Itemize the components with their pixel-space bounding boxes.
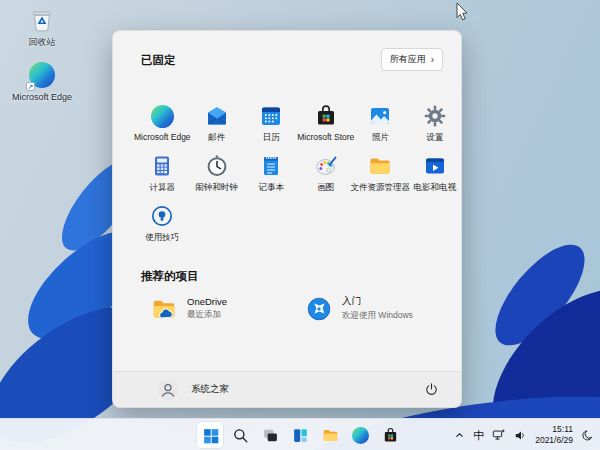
widgets-button[interactable] — [287, 422, 313, 448]
app-label: 记事本 — [259, 182, 285, 194]
app-label: 日历 — [263, 132, 280, 144]
desktop-icon-recycle-bin[interactable]: 回收站 — [10, 6, 74, 47]
app-label: 电影和电视 — [414, 182, 457, 194]
movies-tv-icon — [423, 154, 447, 178]
recommended-item-text: 入门 欢迎使用 Windows — [342, 295, 413, 322]
task-view-icon — [262, 427, 279, 444]
app-label: 使用技巧 — [145, 232, 179, 244]
desktop-icon-list: 回收站 ↗ Microsoft Edge — [10, 6, 74, 103]
pinned-app-mail[interactable]: 邮件 — [190, 101, 245, 151]
recommended-item-title: OneDrive — [187, 296, 227, 307]
taskbar-center-buttons — [197, 419, 403, 450]
start-button[interactable] — [197, 422, 223, 448]
recommended-item-subtitle: 最近添加 — [187, 309, 227, 321]
start-menu: 已固定 所有应用 › Microsoft Edge 邮件 日历 — [112, 30, 462, 408]
app-label: 闹钟和时钟 — [196, 182, 239, 194]
chevron-right-icon: › — [431, 55, 434, 65]
windows-logo-icon — [202, 427, 219, 444]
speaker-icon[interactable] — [514, 429, 527, 442]
get-started-icon — [306, 296, 332, 322]
start-menu-user-bar: 系统之家 — [113, 371, 461, 407]
edge-icon — [150, 104, 174, 128]
all-apps-button[interactable]: 所有应用 › — [381, 48, 443, 71]
edge-taskbar-button[interactable] — [347, 422, 373, 448]
pinned-app-calculator[interactable]: 计算器 — [135, 151, 190, 201]
store-icon — [314, 104, 338, 128]
shortcut-arrow-icon: ↗ — [26, 82, 35, 91]
edge-icon: ↗ — [28, 61, 56, 89]
desktop-icon-label: Microsoft Edge — [12, 92, 72, 102]
tray-chevron-up-icon[interactable] — [454, 430, 465, 441]
system-tray: 中 15:11 2021/6/29 — [454, 419, 594, 450]
app-label: 照片 — [372, 132, 389, 144]
pinned-app-calendar[interactable]: 日历 — [244, 101, 299, 151]
all-apps-label: 所有应用 — [390, 53, 426, 66]
folder-icon — [368, 154, 392, 178]
store-icon — [382, 427, 399, 444]
recycle-bin-icon — [28, 6, 56, 34]
pinned-app-movies-tv[interactable]: 电影和电视 — [408, 151, 463, 201]
app-label: Microsoft Store — [297, 132, 354, 142]
power-button[interactable] — [419, 378, 443, 402]
search-button[interactable] — [227, 422, 253, 448]
pinned-app-grid: Microsoft Edge 邮件 日历 Microsoft Store — [135, 101, 462, 251]
pinned-app-tips[interactable]: 使用技巧 — [135, 201, 190, 251]
search-icon — [232, 427, 249, 444]
app-label: 文件资源管理器 — [351, 182, 411, 194]
widgets-icon — [292, 427, 309, 444]
recommended-item-onedrive[interactable]: OneDrive 最近添加 — [137, 291, 292, 326]
taskbar: 中 15:11 2021/6/29 — [0, 418, 600, 450]
pinned-app-notepad[interactable]: 记事本 — [244, 151, 299, 201]
alarm-clock-icon — [205, 154, 229, 178]
onedrive-folder-icon — [151, 296, 177, 322]
task-view-button[interactable] — [257, 422, 283, 448]
folder-icon — [322, 427, 339, 444]
pinned-app-settings[interactable]: 设置 — [408, 101, 463, 151]
pinned-app-alarms-clock[interactable]: 闹钟和时钟 — [190, 151, 245, 201]
clock-date: 2021/6/29 — [535, 435, 573, 446]
recommended-item-get-started[interactable]: 入门 欢迎使用 Windows — [292, 291, 447, 326]
notepad-icon — [259, 154, 283, 178]
user-avatar[interactable] — [157, 379, 179, 401]
paint-icon — [314, 154, 338, 178]
clock-time: 15:11 — [535, 424, 573, 435]
pinned-section-header: 已固定 — [141, 53, 176, 68]
mail-icon — [205, 104, 229, 128]
calculator-icon — [150, 154, 174, 178]
pinned-app-paint[interactable]: 画图 — [299, 151, 354, 201]
tips-bulb-icon — [150, 204, 174, 228]
app-label: 画图 — [317, 182, 334, 194]
pinned-app-photos[interactable]: 照片 — [353, 101, 408, 151]
recommended-item-subtitle: 欢迎使用 Windows — [342, 310, 413, 322]
desktop: 回收站 ↗ Microsoft Edge 已固定 所有应用 › Microsof… — [0, 0, 600, 450]
recommended-item-title: 入门 — [342, 295, 413, 308]
app-label: 设置 — [426, 132, 443, 144]
edge-icon — [352, 427, 369, 444]
recommended-list: OneDrive 最近添加 入门 欢迎使用 Windows — [137, 291, 447, 326]
desktop-icon-label: 回收站 — [29, 37, 56, 47]
ime-indicator[interactable]: 中 — [473, 428, 484, 443]
store-taskbar-button[interactable] — [377, 422, 403, 448]
network-ethernet-icon[interactable] — [492, 428, 506, 442]
taskbar-clock[interactable]: 15:11 2021/6/29 — [535, 424, 573, 446]
calendar-icon — [259, 104, 283, 128]
moon-focus-icon[interactable] — [581, 429, 594, 442]
desktop-icon-edge[interactable]: ↗ Microsoft Edge — [10, 61, 74, 102]
settings-gear-icon — [423, 104, 447, 128]
user-name[interactable]: 系统之家 — [191, 383, 229, 396]
file-explorer-button[interactable] — [317, 422, 343, 448]
app-label: 计算器 — [150, 182, 176, 194]
pinned-app-file-explorer[interactable]: 文件资源管理器 — [353, 151, 408, 201]
photos-icon — [368, 104, 392, 128]
pinned-app-microsoft-edge[interactable]: Microsoft Edge — [135, 101, 190, 151]
recommended-section-header: 推荐的项目 — [141, 269, 199, 284]
app-label: Microsoft Edge — [134, 132, 191, 142]
recommended-item-text: OneDrive 最近添加 — [187, 296, 227, 321]
pinned-app-microsoft-store[interactable]: Microsoft Store — [299, 101, 354, 151]
app-label: 邮件 — [208, 132, 225, 144]
